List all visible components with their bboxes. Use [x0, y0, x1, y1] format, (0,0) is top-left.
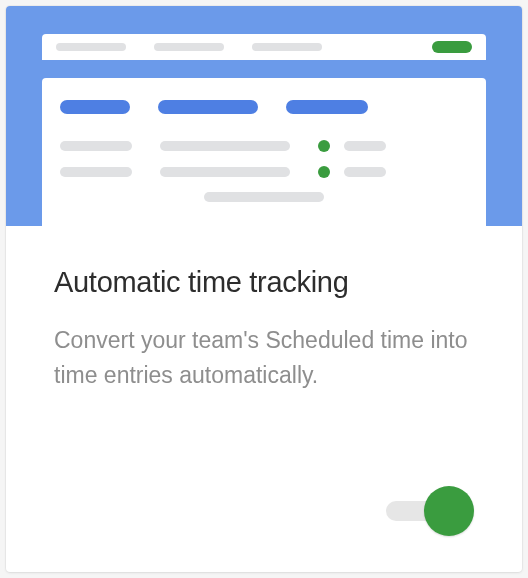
- illustration-row: [60, 166, 468, 178]
- illustration-row: [60, 140, 468, 152]
- status-dot-icon: [318, 166, 330, 178]
- illustration-toolbar: [42, 34, 486, 60]
- card-description: Convert your team's Scheduled time into …: [54, 323, 474, 392]
- toolbar-placeholder: [154, 43, 224, 51]
- illustration-panel: [42, 78, 486, 226]
- tab-placeholder: [158, 100, 258, 114]
- status-dot-icon: [318, 140, 330, 152]
- toggle-knob: [424, 486, 474, 536]
- illustration-row: [60, 192, 468, 202]
- card-illustration: [6, 6, 522, 226]
- card-title: Automatic time tracking: [54, 266, 474, 299]
- tab-placeholder: [60, 100, 130, 114]
- illustration-tabs: [60, 100, 468, 114]
- toggle-container: [54, 486, 474, 572]
- feature-card: Automatic time tracking Convert your tea…: [6, 6, 522, 572]
- row-cell: [204, 192, 324, 202]
- tab-placeholder: [286, 100, 368, 114]
- row-cell: [60, 167, 132, 177]
- row-cell: [344, 141, 386, 151]
- toolbar-action-pill: [432, 41, 472, 53]
- row-cell: [344, 167, 386, 177]
- row-cell: [160, 167, 290, 177]
- row-cell: [60, 141, 132, 151]
- toolbar-placeholder: [252, 43, 322, 51]
- card-content: Automatic time tracking Convert your tea…: [6, 226, 522, 572]
- toolbar-placeholder: [56, 43, 126, 51]
- feature-toggle[interactable]: [386, 486, 474, 536]
- row-cell: [160, 141, 290, 151]
